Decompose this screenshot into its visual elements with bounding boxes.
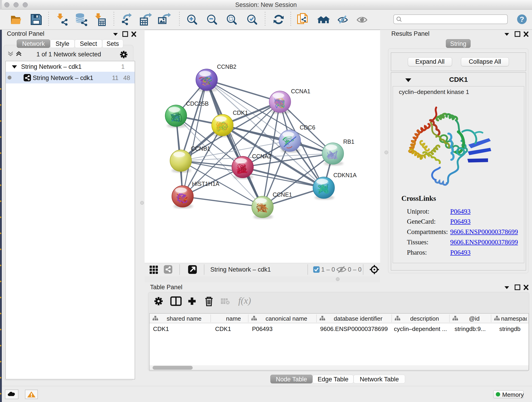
svg-text:?: ? xyxy=(520,15,524,23)
svg-text:CCNE1: CCNE1 xyxy=(273,191,292,198)
svg-text:CDC25B: CDC25B xyxy=(186,100,209,107)
svg-text:CDKN1A: CDKN1A xyxy=(333,172,357,178)
svg-text:HIST1H1A: HIST1H1A xyxy=(192,181,220,187)
svg-text:RB1: RB1 xyxy=(343,138,355,145)
svg-text:CDC6: CDC6 xyxy=(300,124,315,131)
svg-text:CDK1: CDK1 xyxy=(233,109,248,116)
svg-text:CCNA1: CCNA1 xyxy=(291,88,310,95)
svg-text:CCNA2: CCNA2 xyxy=(252,153,272,160)
svg-text:CCNB2: CCNB2 xyxy=(217,64,236,70)
svg-text:CCNB1: CCNB1 xyxy=(191,145,210,152)
